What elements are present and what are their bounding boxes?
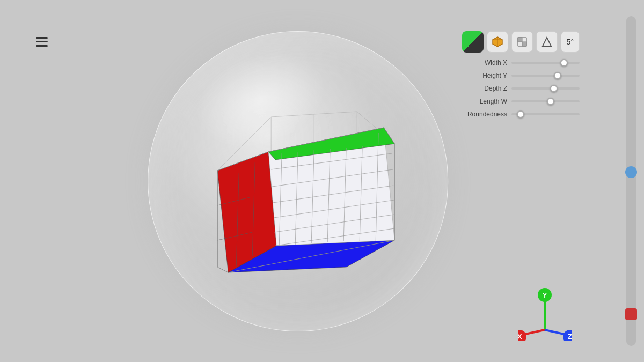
- width-x-thumb[interactable]: [560, 59, 568, 67]
- width-x-track[interactable]: [511, 62, 580, 64]
- vertical-scrollbar[interactable]: [626, 16, 636, 346]
- roundedness-label: Roundedness: [462, 110, 507, 118]
- angle-value-button[interactable]: 5°: [561, 31, 580, 53]
- viewport[interactable]: [148, 31, 448, 331]
- length-w-thumb[interactable]: [547, 98, 554, 105]
- menu-button[interactable]: [32, 32, 52, 51]
- roundedness-track[interactable]: [511, 113, 580, 115]
- sliders-panel: Width X Height Y Depth Z Length W Rounde…: [462, 59, 580, 123]
- length-w-label: Length W: [462, 98, 507, 105]
- length-w-track[interactable]: [511, 100, 580, 102]
- x-axis-label: X: [518, 333, 522, 341]
- depth-z-thumb[interactable]: [550, 85, 558, 92]
- width-x-row: Width X: [462, 59, 580, 67]
- toolbar: 5°: [462, 31, 580, 53]
- menu-line: [36, 41, 48, 43]
- svg-line-35: [217, 267, 228, 272]
- layers-mode-button[interactable]: [511, 31, 533, 53]
- surface-mode-button[interactable]: [462, 31, 484, 53]
- svg-marker-43: [543, 38, 551, 46]
- cube-icon: [492, 36, 503, 48]
- length-w-row: Length W: [462, 98, 580, 105]
- svg-rect-42: [522, 42, 526, 46]
- width-x-label: Width X: [462, 59, 507, 67]
- height-y-row: Height Y: [462, 72, 580, 79]
- axis-indicator: Y X Z: [518, 287, 572, 341]
- scroll-thumb[interactable]: [625, 308, 637, 320]
- svg-rect-41: [518, 38, 522, 42]
- sphere-background: [148, 31, 448, 331]
- roundedness-thumb[interactable]: [517, 110, 524, 118]
- y-axis-label: Y: [543, 291, 547, 299]
- z-axis-label: Z: [568, 333, 572, 341]
- height-y-track[interactable]: [511, 75, 580, 77]
- menu-line: [36, 37, 48, 39]
- angle-value: 5°: [567, 38, 574, 46]
- roundedness-row: Roundedness: [462, 110, 580, 118]
- depth-z-row: Depth Z: [462, 85, 580, 92]
- snap-angle-button[interactable]: [536, 31, 558, 53]
- triangle-icon: [541, 36, 552, 47]
- height-y-thumb[interactable]: [554, 72, 561, 79]
- zoom-thumb[interactable]: [625, 166, 637, 178]
- menu-line: [36, 45, 48, 47]
- cube-mode-button[interactable]: [487, 31, 508, 53]
- height-y-label: Height Y: [462, 72, 507, 79]
- depth-z-track[interactable]: [511, 87, 580, 90]
- layers-icon: [516, 36, 528, 48]
- depth-z-label: Depth Z: [462, 85, 507, 92]
- 3d-shape: [185, 74, 411, 289]
